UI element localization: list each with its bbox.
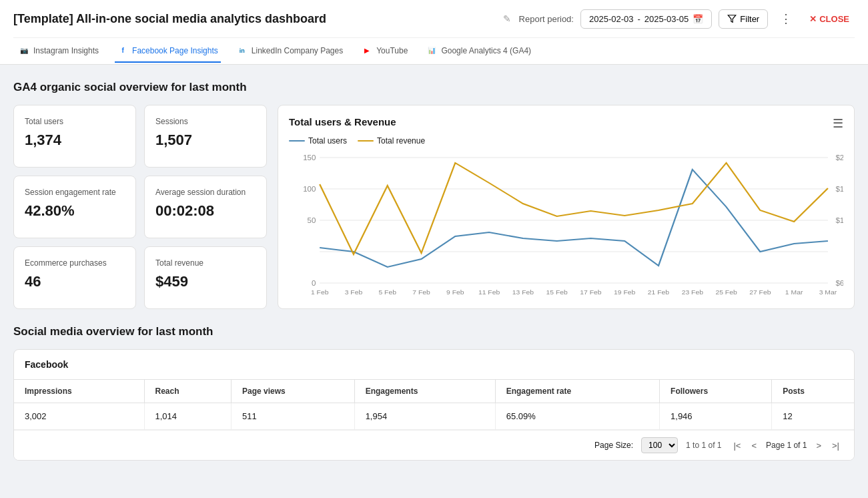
metric-value-engagement-rate: 42.80% — [25, 202, 125, 220]
svg-text:17 Feb: 17 Feb — [580, 289, 601, 296]
table-row: 3,002 1,014 511 1,954 65.09% 1,946 12 — [14, 403, 854, 430]
metric-value-avg-session: 00:02:08 — [155, 202, 256, 220]
svg-text:25 Feb: 25 Feb — [715, 289, 737, 296]
svg-text:50: 50 — [308, 217, 316, 224]
tab-ga4[interactable]: 📊 Google Analytics 4 (GA4) — [424, 40, 534, 63]
metric-card-engagement-rate: Session engagement rate 42.80% — [13, 176, 136, 238]
col-page-views: Page views — [231, 380, 354, 403]
linkedin-icon: in — [237, 45, 248, 56]
cell-impressions: 3,002 — [14, 403, 144, 430]
facebook-table: Impressions Reach Page views Engagements… — [14, 380, 854, 430]
cell-engagements: 1,954 — [354, 403, 495, 430]
chart-svg-area: 150 100 50 0 $24.00 $18.00 $12.00 $6.00 … — [289, 151, 843, 298]
svg-text:19 Feb: 19 Feb — [614, 289, 635, 296]
col-reach: Reach — [144, 380, 231, 403]
pagination-info: 1 to 1 of 1 — [686, 441, 721, 450]
line-chart-svg: 150 100 50 0 $24.00 $18.00 $12.00 $6.00 … — [289, 151, 843, 298]
metric-label-engagement-rate: Session engagement rate — [25, 187, 125, 198]
svg-text:1 Feb: 1 Feb — [311, 289, 329, 296]
first-page-button[interactable]: |< — [729, 439, 745, 453]
svg-text:13 Feb: 13 Feb — [512, 289, 534, 296]
more-button[interactable]: ⋮ — [775, 7, 797, 30]
svg-text:27 Feb: 27 Feb — [749, 289, 771, 296]
facebook-table-title: Facebook — [14, 350, 854, 380]
metric-label-total-users: Total users — [25, 116, 125, 128]
legend-revenue-label: Total revenue — [377, 136, 425, 146]
tab-youtube[interactable]: ▶ YouTube — [359, 40, 410, 63]
metric-card-revenue: Total revenue $459 — [144, 246, 267, 309]
svg-text:$12.00: $12.00 — [835, 217, 843, 224]
tab-instagram-label: Instagram Insights — [33, 46, 99, 55]
svg-text:$6.00: $6.00 — [835, 280, 843, 287]
pagination-bar: Page Size: 100 50 25 1 to 1 of 1 |< < Pa… — [14, 430, 854, 460]
svg-text:150: 150 — [303, 154, 316, 162]
ga4-section-title: GA4 organic social overview for last mon… — [13, 81, 855, 94]
page-size-label: Page Size: — [594, 441, 633, 450]
calendar-icon: 📅 — [693, 14, 703, 24]
next-page-button[interactable]: > — [812, 439, 825, 453]
youtube-icon: ▶ — [362, 45, 372, 56]
page-label: Page 1 of 1 — [766, 441, 807, 450]
metric-label-avg-session: Average session duration — [155, 187, 256, 198]
svg-text:1 Mar: 1 Mar — [785, 289, 803, 296]
legend-revenue-color — [358, 140, 374, 142]
cell-page-views: 511 — [231, 403, 354, 430]
legend-users-label: Total users — [308, 136, 347, 146]
date-range-picker[interactable]: 2025-02-03 - 2025-03-05 📅 — [580, 9, 712, 29]
edit-icon[interactable]: ✎ — [503, 13, 511, 24]
page-size-select[interactable]: 100 50 25 — [641, 437, 678, 453]
chart-title: Total users & Revenue — [289, 116, 396, 128]
svg-text:7 Feb: 7 Feb — [412, 289, 430, 296]
ga4-icon: 📊 — [426, 45, 437, 56]
svg-text:3 Mar: 3 Mar — [819, 289, 837, 296]
col-followers: Followers — [660, 380, 772, 403]
main-content: GA4 organic social overview for last mon… — [0, 65, 868, 477]
users-line — [320, 170, 828, 267]
metric-value-ecommerce: 46 — [25, 273, 125, 290]
metric-value-total-users: 1,374 — [25, 132, 125, 149]
date-start: 2025-02-03 — [589, 14, 634, 24]
svg-text:3 Feb: 3 Feb — [345, 289, 363, 296]
report-period-label: Report period: — [519, 14, 574, 24]
col-engagements: Engagements — [354, 380, 495, 403]
metric-label-ecommerce: Ecommerce purchases — [25, 258, 125, 269]
filter-button[interactable]: Filter — [719, 9, 768, 29]
prev-page-button[interactable]: < — [747, 439, 761, 453]
svg-marker-0 — [728, 15, 736, 23]
tab-ga4-label: Google Analytics 4 (GA4) — [441, 46, 531, 55]
instagram-icon: 📷 — [19, 45, 29, 56]
legend-total-users: Total users — [289, 136, 347, 146]
cell-posts: 12 — [772, 403, 854, 430]
facebook-table-container: Facebook Impressions Reach Page views En… — [13, 349, 855, 461]
social-section: Social media overview for last month Fac… — [13, 325, 855, 461]
close-button[interactable]: ✕ CLOSE — [804, 10, 855, 28]
close-x-icon: ✕ — [809, 14, 817, 24]
ga4-metrics-area: Total users 1,374 Sessions 1,507 Session… — [13, 105, 855, 309]
metric-value-revenue: $459 — [155, 273, 256, 290]
col-posts: Posts — [772, 380, 854, 403]
social-section-title: Social media overview for last month — [13, 325, 855, 338]
col-impressions: Impressions — [14, 380, 144, 403]
header: [Template] All-in-one social media analy… — [0, 0, 868, 65]
legend-users-color — [289, 140, 305, 142]
cell-engagement-rate: 65.09% — [495, 403, 659, 430]
tab-youtube-label: YouTube — [376, 46, 408, 55]
pagination-buttons: |< < Page 1 of 1 > >| — [729, 439, 843, 453]
tab-linkedin[interactable]: in LinkedIn Company Pages — [234, 40, 346, 63]
metric-label-revenue: Total revenue — [155, 258, 256, 269]
svg-text:11 Feb: 11 Feb — [478, 289, 500, 296]
svg-text:23 Feb: 23 Feb — [682, 289, 703, 296]
col-engagement-rate: Engagement rate — [495, 380, 659, 403]
facebook-icon: f — [117, 45, 128, 56]
svg-text:$24.00: $24.00 — [835, 154, 843, 162]
tab-facebook[interactable]: f Facebook Page Insights — [115, 40, 221, 63]
cell-followers: 1,946 — [660, 403, 772, 430]
last-page-button[interactable]: >| — [828, 439, 843, 453]
chart-menu-icon[interactable]: ☰ — [833, 116, 843, 131]
tab-facebook-label: Facebook Page Insights — [132, 46, 218, 55]
svg-text:$18.00: $18.00 — [835, 186, 843, 193]
svg-text:0: 0 — [312, 280, 316, 287]
tab-instagram[interactable]: 📷 Instagram Insights — [16, 40, 101, 63]
svg-text:5 Feb: 5 Feb — [378, 289, 396, 296]
page-title: [Template] All-in-one social media analy… — [13, 12, 495, 26]
